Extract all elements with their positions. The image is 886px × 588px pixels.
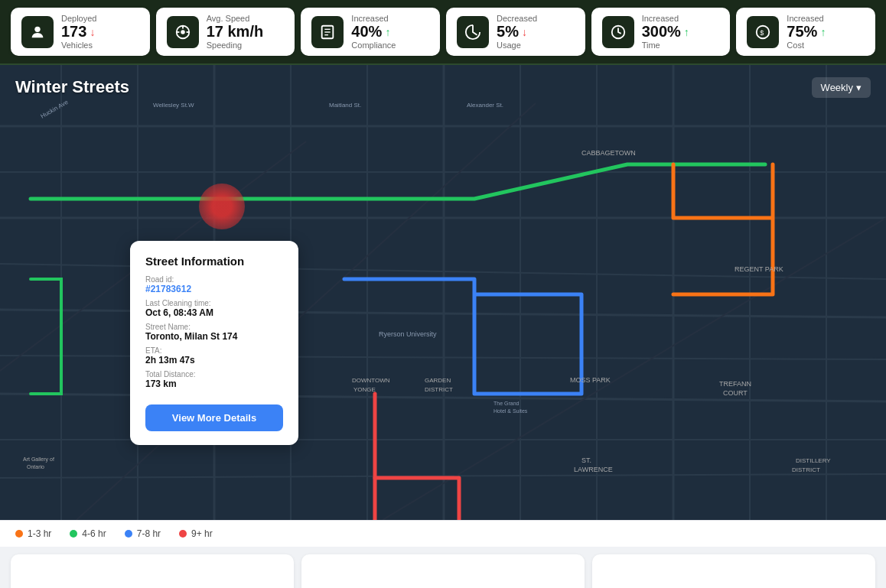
speeding-label: Speeding [207, 41, 263, 50]
compliance-trend-icon: ↑ [385, 26, 390, 38]
legend-dot-red [179, 530, 187, 538]
stat-card-compliance: Increased 40% ↑ Compliance [301, 8, 440, 56]
cost-sublabel: Increased [787, 14, 826, 23]
svg-text:REGENT PARK: REGENT PARK [735, 265, 783, 273]
street-name-value: Toronto, Milan St 174 [145, 331, 283, 342]
legend-label-4-6hr: 4-6 hr [82, 528, 106, 539]
legend-label-9hr: 9+ hr [191, 528, 213, 539]
eta-label: ETA: [145, 346, 283, 355]
street-name-field: Street Name: Toronto, Milan St 174 [145, 323, 283, 342]
legend-dot-orange [15, 530, 23, 538]
stats-bar: Deployed 173 ↓ Vehicles Avg. Speed 17 km… [0, 0, 886, 65]
compliance-label: Compliance [351, 41, 396, 50]
svg-text:DOWNTOWN: DOWNTOWN [352, 377, 390, 384]
time-sublabel: Increased [642, 14, 689, 23]
street-info-popup: Street Information Road id: #21783612 La… [130, 241, 298, 445]
stat-card-usage: Decreased 5% ↓ Usage [446, 8, 585, 56]
svg-text:The Grand: The Grand [493, 401, 520, 406]
svg-point-0 [34, 26, 40, 31]
time-value: 300% ↑ [642, 23, 689, 41]
usage-label: Usage [497, 41, 537, 50]
road-id-field: Road id: #21783612 [145, 275, 283, 294]
svg-text:DISTRICT: DISTRICT [792, 466, 820, 473]
vehicles-trend-icon: ↓ [90, 26, 95, 38]
svg-text:$: $ [761, 28, 764, 36]
cost-trend-icon: ↑ [820, 26, 826, 38]
road-id-label: Road id: [145, 275, 283, 284]
map-alert-dot [199, 184, 245, 229]
compliance-icon [311, 16, 344, 48]
compliance-value: 40% ↑ [351, 23, 396, 41]
map-container[interactable]: CABBAGETOWN REGENT PARK DOWNTOWN YONGE G… [0, 65, 886, 520]
popup-title: Street Information [145, 255, 283, 268]
svg-text:DISTRICT: DISTRICT [425, 386, 453, 393]
speeding-value: 17 km/h [207, 23, 263, 41]
eta-value: 2h 13m 47s [145, 355, 283, 365]
svg-text:DISTILLERY: DISTILLERY [796, 457, 831, 464]
legend-item-7-8hr: 7-8 hr [125, 528, 161, 539]
cost-label: Cost [787, 41, 826, 50]
bottom-card-1 [11, 554, 294, 588]
time-trend-icon: ↑ [684, 26, 689, 38]
svg-text:Hotel & Suites: Hotel & Suites [493, 408, 528, 414]
vehicles-value: 173 ↓ [61, 23, 96, 41]
cost-icon: $ [747, 16, 779, 48]
stat-card-cost: $ Increased 75% ↑ Cost [736, 8, 875, 56]
vehicles-icon [21, 16, 54, 48]
legend-dot-blue [125, 530, 132, 538]
view-more-details-button[interactable]: View More Details [145, 404, 283, 431]
svg-text:Ryerson University: Ryerson University [379, 330, 437, 338]
svg-text:Ontario: Ontario [27, 464, 44, 469]
cleaning-time-field: Last Cleaning time: Oct 6, 08:43 AM [145, 299, 283, 318]
cleaning-time-label: Last Cleaning time: [145, 299, 283, 307]
svg-text:Huckin Ave: Huckin Ave [40, 99, 70, 120]
speeding-icon [167, 16, 199, 48]
svg-text:LAWRENCE: LAWRENCE [574, 466, 613, 473]
distance-label: Total Distance: [145, 370, 283, 378]
usage-trend-icon: ↓ [522, 26, 527, 38]
stat-card-vehicles: Deployed 173 ↓ Vehicles [11, 8, 150, 56]
legend-label-1-3hr: 1-3 hr [28, 528, 51, 539]
svg-text:Art Gallery of: Art Gallery of [23, 456, 54, 463]
svg-text:Wellesley St.W: Wellesley St.W [153, 102, 194, 109]
bottom-card-3 [592, 554, 875, 588]
usage-icon [457, 16, 489, 48]
bottom-card-2 [301, 554, 585, 588]
legend-label-7-8hr: 7-8 hr [137, 528, 161, 539]
street-name-label: Street Name: [145, 323, 283, 331]
map-title: Winter Streets [15, 77, 129, 97]
chevron-down-icon: ▾ [856, 82, 862, 93]
bottom-cards-row [0, 547, 886, 588]
svg-text:MOSS PARK: MOSS PARK [570, 376, 611, 384]
svg-text:CABBAGETOWN: CABBAGETOWN [581, 149, 636, 157]
compliance-sublabel: Increased [351, 14, 396, 23]
svg-text:TREFANN: TREFANN [719, 380, 751, 388]
legend-item-1-3hr: 1-3 hr [15, 528, 51, 539]
map-legend: 1-3 hr 4-6 hr 7-8 hr 9+ hr [0, 520, 886, 547]
svg-text:COURT: COURT [723, 389, 748, 397]
road-id-value: #21783612 [145, 284, 283, 294]
svg-text:YONGE: YONGE [353, 386, 376, 393]
stat-card-time: Increased 300% ↑ Time [591, 8, 731, 56]
distance-value: 173 km [145, 378, 283, 389]
stat-card-speeding: Avg. Speed 17 km/h Speeding [156, 8, 295, 56]
cost-value: 75% ↑ [787, 23, 826, 41]
vehicles-label: Vehicles [61, 41, 96, 50]
svg-point-2 [181, 30, 185, 34]
distance-field: Total Distance: 173 km [145, 370, 283, 389]
svg-text:Alexander St.: Alexander St. [467, 102, 503, 109]
time-icon [602, 16, 634, 48]
weekly-toggle-button[interactable]: Weekly ▾ [812, 77, 871, 98]
legend-item-9hr: 9+ hr [179, 528, 213, 539]
vehicles-sublabel: Deployed [61, 14, 96, 23]
svg-text:Maitland St.: Maitland St. [329, 102, 361, 109]
svg-text:ST.: ST. [581, 456, 591, 464]
svg-text:GARDEN: GARDEN [425, 377, 451, 384]
time-label: Time [642, 41, 689, 50]
eta-field: ETA: 2h 13m 47s [145, 346, 283, 365]
legend-dot-green [70, 530, 77, 538]
speeding-sublabel: Avg. Speed [207, 14, 263, 23]
legend-item-4-6hr: 4-6 hr [70, 528, 106, 539]
usage-sublabel: Decreased [497, 14, 537, 23]
usage-value: 5% ↓ [497, 23, 537, 41]
